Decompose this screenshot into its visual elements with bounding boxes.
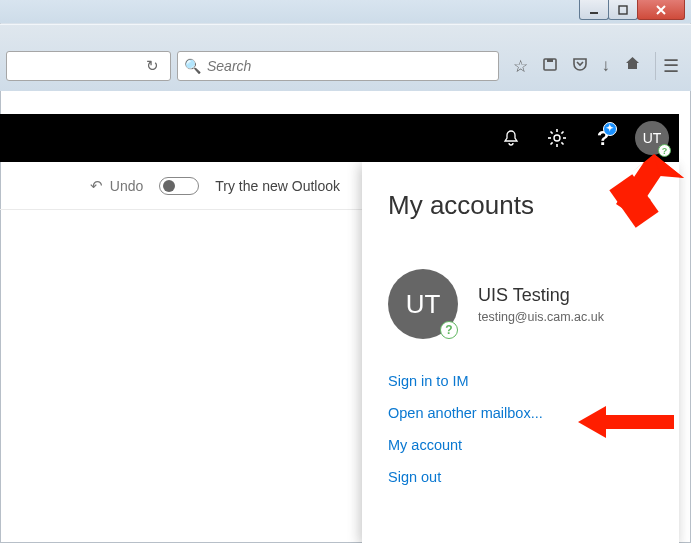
presence-indicator xyxy=(658,144,671,157)
flyout-close-button[interactable]: ✕ xyxy=(635,193,653,219)
hamburger-icon: ☰ xyxy=(663,55,679,77)
undo-button[interactable]: ↶ Undo xyxy=(90,177,143,195)
try-new-outlook-label: Try the new Outlook xyxy=(215,178,340,194)
search-box[interactable]: 🔍 xyxy=(177,51,499,81)
sign-in-to-im-link[interactable]: Sign in to IM xyxy=(388,373,653,389)
whats-new-badge xyxy=(603,122,617,136)
svg-line-12 xyxy=(551,142,553,144)
help-button[interactable]: ? xyxy=(583,114,623,162)
svg-rect-1 xyxy=(619,6,627,14)
gear-icon xyxy=(547,128,567,148)
app-header: ? UT xyxy=(0,114,679,162)
profile-avatar: UT xyxy=(388,269,458,339)
undo-label: Undo xyxy=(110,178,143,194)
account-links: Sign in to IM Open another mailbox... My… xyxy=(388,373,653,485)
undo-icon: ↶ xyxy=(90,177,103,195)
pocket-icon[interactable] xyxy=(572,56,588,77)
bell-icon xyxy=(502,129,520,147)
avatar-initials: UT xyxy=(643,130,662,146)
flyout-title: My accounts xyxy=(388,190,534,221)
open-another-mailbox-link[interactable]: Open another mailbox... xyxy=(388,405,653,421)
browser-menu-button[interactable]: ☰ xyxy=(655,52,685,80)
toggle-knob xyxy=(163,180,175,192)
window-minimize-button[interactable] xyxy=(579,0,609,20)
svg-line-11 xyxy=(561,132,563,134)
url-bar[interactable]: ↻ xyxy=(6,51,171,81)
notifications-button[interactable] xyxy=(491,114,531,162)
svg-point-4 xyxy=(554,135,560,141)
library-icon[interactable] xyxy=(542,56,558,77)
my-account-link[interactable]: My account xyxy=(388,437,653,453)
presence-indicator xyxy=(440,321,458,339)
sign-out-link[interactable]: Sign out xyxy=(388,469,653,485)
home-icon[interactable] xyxy=(624,55,641,77)
try-new-outlook-toggle[interactable] xyxy=(159,177,199,195)
svg-line-10 xyxy=(561,142,563,144)
svg-rect-3 xyxy=(547,59,553,62)
svg-line-9 xyxy=(551,132,553,134)
account-avatar-button[interactable]: UT xyxy=(635,121,669,155)
close-icon: ✕ xyxy=(635,193,653,218)
window-close-button[interactable] xyxy=(637,0,685,20)
window-chrome xyxy=(0,0,691,24)
profile-name: UIS Testing xyxy=(478,285,604,306)
avatar-initials: UT xyxy=(406,289,441,320)
bookmark-icon[interactable]: ☆ xyxy=(513,56,528,77)
browser-toolbar: ↻ 🔍 ☆ ↓ ☰ xyxy=(0,24,691,91)
my-accounts-flyout: My accounts ✕ UT UIS Testing testing@uis… xyxy=(362,162,679,543)
svg-rect-0 xyxy=(590,12,598,14)
downloads-icon[interactable]: ↓ xyxy=(602,56,611,76)
search-icon: 🔍 xyxy=(184,58,201,74)
search-input[interactable] xyxy=(207,58,492,74)
profile-email: testing@uis.cam.ac.uk xyxy=(478,310,604,324)
window-maximize-button[interactable] xyxy=(608,0,638,20)
settings-button[interactable] xyxy=(537,114,577,162)
command-bar: ↶ Undo Try the new Outlook xyxy=(0,162,362,210)
profile-block: UT UIS Testing testing@uis.cam.ac.uk xyxy=(388,269,653,339)
reload-icon: ↻ xyxy=(146,57,159,74)
reload-button[interactable]: ↻ xyxy=(137,57,165,75)
